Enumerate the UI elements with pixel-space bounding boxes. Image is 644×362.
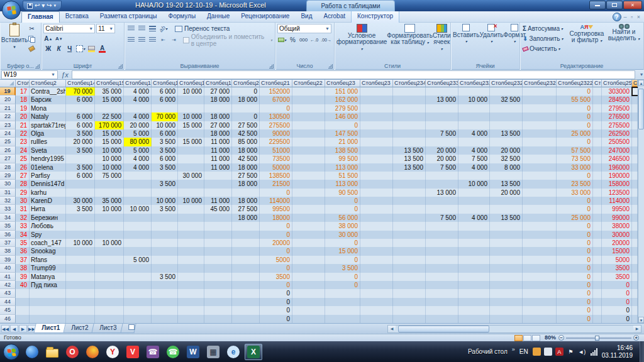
cell-ct-23[interactable]: [593, 121, 602, 129]
cell-name-25[interactable]: rullles: [30, 138, 66, 146]
wrap-text-button[interactable]: Перенос текста: [174, 24, 230, 33]
cell-c234-37[interactable]: [393, 239, 426, 247]
cell-c17-34[interactable]: [152, 214, 178, 222]
cell-c23b-23[interactable]: [360, 121, 393, 129]
cell-ct-33[interactable]: [593, 205, 602, 213]
cell-c17-38[interactable]: [152, 247, 178, 255]
cell-c2323-34[interactable]: [523, 214, 557, 222]
cell-id-43[interactable]: [16, 289, 30, 297]
italic-button[interactable]: К: [54, 44, 64, 53]
cell-c17-41[interactable]: 3 500: [152, 273, 178, 281]
cell-name-28[interactable]: 01elena: [30, 163, 66, 172]
cell-c2324-22[interactable]: [490, 112, 523, 121]
cell-c232-41[interactable]: [458, 273, 490, 281]
cell-id-35[interactable]: 33: [16, 222, 30, 230]
cell-c17-39[interactable]: [152, 256, 178, 264]
cell-name-41[interactable]: Matanya: [30, 273, 66, 281]
cell-name-35[interactable]: Любовь: [30, 222, 66, 230]
percent-icon[interactable]: %: [288, 35, 297, 45]
row-header-30[interactable]: 30: [0, 180, 16, 188]
cell-name-31[interactable]: karhu: [30, 189, 66, 197]
cell-c232-24[interactable]: 4 000: [458, 129, 490, 138]
cell-ct-25[interactable]: [593, 138, 602, 146]
cell-c233-22[interactable]: [426, 112, 458, 121]
cell-id-25[interactable]: 23: [16, 138, 30, 146]
cell-c15-22[interactable]: 22 500: [95, 112, 124, 121]
cell-c21-24[interactable]: 90000: [260, 129, 292, 138]
fill-button[interactable]: ⬇ Заполнить ▾: [522, 34, 567, 43]
ribbon-tab-Формулы[interactable]: Формулы: [163, 11, 202, 23]
cell-c23b-29[interactable]: [360, 172, 393, 180]
cell-c23b-22[interactable]: [360, 112, 393, 121]
cell-c2323-37[interactable]: [523, 239, 557, 247]
cell-c23b-41[interactable]: [360, 273, 393, 281]
cell-c19-22[interactable]: 18 000: [204, 112, 232, 121]
cell-c18-38[interactable]: [178, 247, 204, 255]
scroll-left-icon[interactable]: ◀: [388, 326, 396, 332]
scroll-down-icon[interactable]: ▼: [638, 317, 644, 323]
cell-c23b-35[interactable]: [360, 222, 393, 230]
network-icon[interactable]: [591, 348, 597, 356]
align-bottom-icon[interactable]: [148, 24, 157, 33]
cell-c23-39[interactable]: 0: [325, 256, 360, 264]
cell-c14-41[interactable]: [66, 273, 95, 281]
cell-c232-27[interactable]: 7 500: [458, 155, 490, 163]
cell-c18-32[interactable]: 10 000: [178, 197, 204, 205]
cell-c2322-39[interactable]: 0: [557, 256, 593, 264]
cell-c23b-30[interactable]: [360, 180, 393, 188]
cell-name-34[interactable]: Березкин: [30, 214, 66, 222]
cell-c23-20[interactable]: 162 000: [325, 96, 360, 104]
cell-c2324-41[interactable]: [490, 273, 523, 281]
paste-button[interactable]: Вставить▾: [2, 24, 27, 53]
cell-c234-34[interactable]: [393, 214, 426, 222]
cell-w-27[interactable]: [632, 155, 638, 163]
cell-c19-39[interactable]: [204, 256, 232, 264]
cell-c234-45[interactable]: [393, 306, 426, 314]
cell-c234-30[interactable]: [393, 180, 426, 188]
cell-c19-23[interactable]: 27 000: [204, 121, 232, 129]
cell-name-45[interactable]: [30, 306, 66, 314]
accounting-format-icon[interactable]: ▾: [277, 35, 287, 45]
cell-c22-19[interactable]: [292, 87, 325, 96]
cell-ct-31[interactable]: [593, 189, 602, 197]
find-select-button[interactable]: Найти ивыделить ▾: [606, 24, 641, 53]
cell-w-30[interactable]: [632, 180, 638, 188]
cell-c2322-22[interactable]: 0: [557, 112, 593, 121]
cell-ct-24[interactable]: [593, 129, 602, 138]
cell-c18-41[interactable]: [178, 273, 204, 281]
cell-c233-28[interactable]: 7 500: [426, 163, 458, 172]
cell-c234-19[interactable]: [393, 87, 426, 96]
cell-c23-41[interactable]: 0: [325, 273, 360, 281]
cell-c23b-37[interactable]: [360, 239, 393, 247]
cell-name-23[interactable]: spartak71region: [30, 121, 66, 129]
cell-c20-44[interactable]: [232, 298, 260, 306]
cell-c15-40[interactable]: [95, 264, 124, 272]
ribbon-tab-Acrobat[interactable]: Acrobat: [318, 11, 351, 23]
cell-c25-35[interactable]: 38000: [602, 222, 632, 230]
cell-c233-27[interactable]: 20 000: [426, 155, 458, 163]
cell-c22-28[interactable]: [292, 163, 325, 172]
cell-ct-45[interactable]: [593, 306, 602, 314]
next-sheet-icon[interactable]: ▶: [19, 325, 27, 332]
cell-c16-44[interactable]: [124, 298, 152, 306]
cell-c18-21[interactable]: [178, 104, 204, 112]
cell-c18-46[interactable]: [178, 315, 204, 323]
cell-c19-42[interactable]: [204, 281, 232, 289]
cell-ct-41[interactable]: [593, 273, 602, 281]
cell-c2323-25[interactable]: [523, 138, 557, 146]
cell-c232-26[interactable]: 4 000: [458, 146, 490, 155]
vertical-scroll-thumb[interactable]: [638, 89, 644, 129]
cell-name-21[interactable]: Mona: [30, 104, 66, 112]
insert-cells-button[interactable]: Вставить▾: [453, 24, 479, 45]
cell-c21-35[interactable]: 0: [260, 222, 292, 230]
cell-c23b-20[interactable]: [360, 96, 393, 104]
cell-c19-31[interactable]: [204, 189, 232, 197]
cell-c16-23[interactable]: 20 000: [124, 121, 152, 129]
cell-c234-26[interactable]: 13 500: [393, 146, 426, 155]
cell-c20-41[interactable]: [232, 273, 260, 281]
cell-id-39[interactable]: 37: [16, 256, 30, 264]
cell-c25-27[interactable]: 246500: [602, 155, 632, 163]
cell-c2323-38[interactable]: [523, 247, 557, 255]
cell-c19-46[interactable]: [204, 315, 232, 323]
row-header-31[interactable]: 31: [0, 189, 16, 197]
